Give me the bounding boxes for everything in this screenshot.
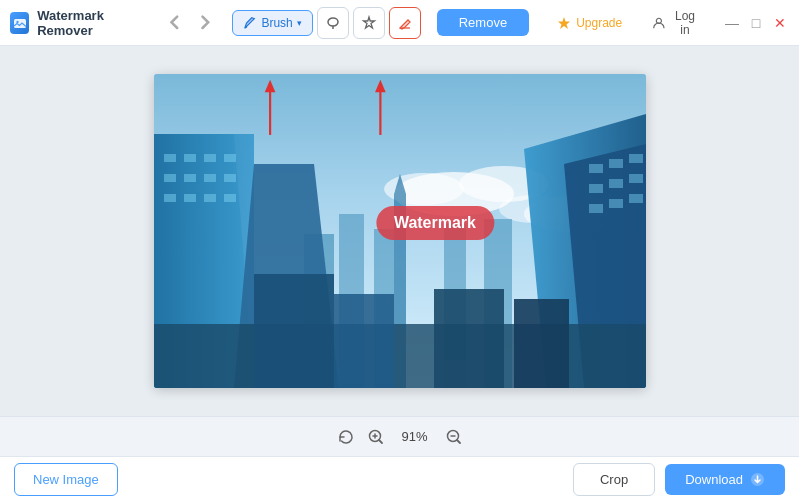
svg-marker-5: [558, 17, 570, 29]
svg-rect-44: [589, 184, 603, 193]
window-controls: — □ ✕: [723, 14, 789, 32]
eraser-tool-button[interactable]: [389, 7, 421, 39]
zoom-in-button[interactable]: [367, 428, 385, 446]
app-icon: [10, 12, 29, 34]
image-canvas[interactable]: Watermark: [154, 74, 646, 388]
download-button[interactable]: Download: [665, 464, 785, 495]
watermark-label: Watermark: [376, 206, 494, 240]
svg-rect-50: [154, 324, 646, 388]
buildings-background: Watermark: [154, 74, 646, 388]
tool-group: Brush ▾: [232, 7, 420, 39]
app-title: Watermark Remover: [37, 8, 147, 38]
star-tool-button[interactable]: [353, 7, 385, 39]
brush-chevron: ▾: [297, 18, 302, 28]
remove-button[interactable]: Remove: [437, 9, 529, 36]
new-image-button[interactable]: New Image: [14, 463, 118, 496]
svg-rect-49: [629, 194, 643, 203]
svg-rect-29: [224, 154, 236, 162]
upgrade-label: Upgrade: [576, 16, 622, 30]
svg-rect-35: [184, 194, 196, 202]
maximize-button[interactable]: □: [747, 14, 765, 32]
svg-rect-54: [514, 299, 569, 388]
zoom-out-button[interactable]: [445, 428, 463, 446]
svg-rect-51: [254, 274, 334, 388]
svg-rect-31: [184, 174, 196, 182]
svg-rect-52: [334, 294, 394, 388]
lasso-tool-button[interactable]: [317, 7, 349, 39]
upgrade-button[interactable]: Upgrade: [545, 11, 634, 35]
forward-button[interactable]: [194, 10, 217, 36]
close-button[interactable]: ✕: [771, 14, 789, 32]
back-button[interactable]: [163, 10, 186, 36]
svg-rect-41: [589, 164, 603, 173]
download-label: Download: [685, 472, 743, 487]
svg-rect-32: [204, 174, 216, 182]
svg-rect-26: [164, 154, 176, 162]
zoom-level: 91%: [397, 429, 433, 444]
crop-button[interactable]: Crop: [573, 463, 655, 496]
svg-rect-27: [184, 154, 196, 162]
main-canvas-area: Watermark: [0, 46, 799, 416]
minimize-button[interactable]: —: [723, 14, 741, 32]
svg-rect-48: [609, 199, 623, 208]
svg-rect-33: [224, 174, 236, 182]
reset-zoom-button[interactable]: [337, 428, 355, 446]
login-label: Log in: [671, 9, 699, 37]
title-bar: Watermark Remover Brush ▾: [0, 0, 799, 46]
svg-rect-36: [204, 194, 216, 202]
svg-rect-46: [629, 174, 643, 183]
svg-rect-53: [434, 289, 504, 388]
svg-line-61: [457, 440, 460, 443]
svg-rect-28: [204, 154, 216, 162]
svg-rect-30: [164, 174, 176, 182]
svg-point-1: [16, 20, 18, 22]
brush-tool-button[interactable]: Brush ▾: [232, 10, 312, 36]
svg-rect-37: [224, 194, 236, 202]
svg-rect-43: [629, 154, 643, 163]
svg-rect-47: [589, 204, 603, 213]
footer-bar: New Image Crop Download: [0, 456, 799, 502]
svg-rect-42: [609, 159, 623, 168]
brush-label: Brush: [261, 16, 292, 30]
login-button[interactable]: Log in: [642, 4, 709, 42]
svg-rect-34: [164, 194, 176, 202]
zoom-bar: 91%: [0, 416, 799, 456]
svg-rect-45: [609, 179, 623, 188]
svg-line-58: [379, 440, 382, 443]
svg-point-2: [328, 18, 338, 26]
svg-rect-0: [14, 19, 26, 28]
